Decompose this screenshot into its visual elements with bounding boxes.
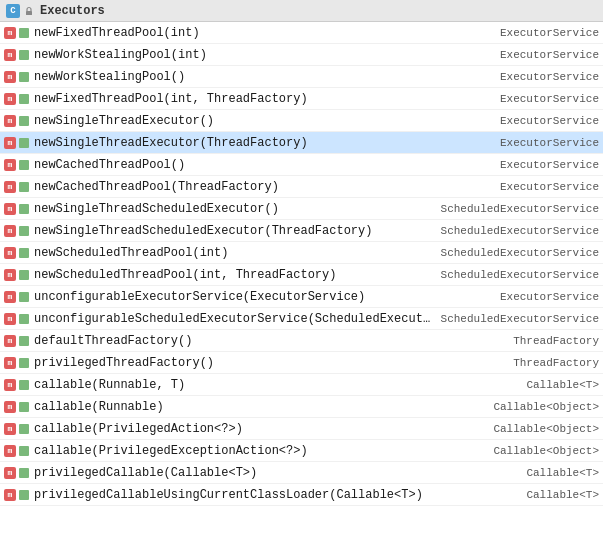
list-item[interactable]: mnewWorkStealingPool(int)ExecutorService: [0, 44, 603, 66]
return-type: ExecutorService: [500, 93, 599, 105]
method-name: unconfigurableExecutorService(ExecutorSe…: [34, 290, 492, 304]
list-item[interactable]: munconfigurableScheduledExecutorService(…: [0, 308, 603, 330]
return-type: ScheduledExecutorService: [441, 313, 599, 325]
visibility-icon: [19, 204, 29, 214]
method-badge: m: [4, 115, 16, 127]
method-badge: m: [4, 137, 16, 149]
method-name: newFixedThreadPool(int): [34, 26, 492, 40]
return-type: ExecutorService: [500, 115, 599, 127]
method-name: callable(Runnable, T): [34, 378, 518, 392]
visibility-icon: [19, 94, 29, 104]
method-list[interactable]: mnewFixedThreadPool(int)ExecutorServicem…: [0, 22, 603, 544]
method-name: privilegedCallable(Callable<T>): [34, 466, 518, 480]
method-name: unconfigurableScheduledExecutorService(S…: [34, 312, 433, 326]
return-type: Callable<Object>: [493, 423, 599, 435]
method-badge: m: [4, 247, 16, 259]
lock-icon: [24, 6, 34, 16]
return-type: ScheduledExecutorService: [441, 203, 599, 215]
list-item[interactable]: mnewCachedThreadPool()ExecutorService: [0, 154, 603, 176]
method-badge: m: [4, 269, 16, 281]
method-badge: m: [4, 335, 16, 347]
class-icon: C: [6, 4, 20, 18]
method-name: newScheduledThreadPool(int): [34, 246, 433, 260]
visibility-icon: [19, 50, 29, 60]
method-badge: m: [4, 313, 16, 325]
visibility-icon: [19, 402, 29, 412]
method-badge: m: [4, 489, 16, 501]
svg-rect-0: [26, 11, 32, 15]
return-type: Callable<Object>: [493, 401, 599, 413]
method-badge: m: [4, 159, 16, 171]
list-item[interactable]: mnewFixedThreadPool(int, ThreadFactory)E…: [0, 88, 603, 110]
list-item[interactable]: mnewSingleThreadExecutor()ExecutorServic…: [0, 110, 603, 132]
list-item[interactable]: mnewScheduledThreadPool(int, ThreadFacto…: [0, 264, 603, 286]
method-badge: m: [4, 181, 16, 193]
method-name: callable(PrivilegedExceptionAction<?>): [34, 444, 485, 458]
visibility-icon: [19, 28, 29, 38]
return-type: ExecutorService: [500, 159, 599, 171]
method-badge: m: [4, 93, 16, 105]
method-badge: m: [4, 225, 16, 237]
list-item[interactable]: mnewSingleThreadScheduledExecutor(Thread…: [0, 220, 603, 242]
list-item[interactable]: mnewCachedThreadPool(ThreadFactory)Execu…: [0, 176, 603, 198]
visibility-icon: [19, 380, 29, 390]
return-type: ThreadFactory: [513, 335, 599, 347]
return-type: Callable<T>: [526, 489, 599, 501]
method-badge: m: [4, 49, 16, 61]
method-badge: m: [4, 71, 16, 83]
return-type: Callable<T>: [526, 467, 599, 479]
method-name: privilegedCallableUsingCurrentClassLoade…: [34, 488, 518, 502]
visibility-icon: [19, 226, 29, 236]
visibility-icon: [19, 358, 29, 368]
return-type: ExecutorService: [500, 49, 599, 61]
return-type: ScheduledExecutorService: [441, 269, 599, 281]
list-item[interactable]: mnewFixedThreadPool(int)ExecutorService: [0, 22, 603, 44]
method-badge: m: [4, 357, 16, 369]
visibility-icon: [19, 336, 29, 346]
list-item[interactable]: mcallable(PrivilegedExceptionAction<?>)C…: [0, 440, 603, 462]
visibility-icon: [19, 116, 29, 126]
method-badge: m: [4, 291, 16, 303]
return-type: ExecutorService: [500, 181, 599, 193]
return-type: Callable<Object>: [493, 445, 599, 457]
return-type: ExecutorService: [500, 291, 599, 303]
list-item[interactable]: mprivilegedThreadFactory()ThreadFactory: [0, 352, 603, 374]
list-item[interactable]: mnewSingleThreadScheduledExecutor()Sched…: [0, 198, 603, 220]
visibility-icon: [19, 248, 29, 258]
method-badge: m: [4, 379, 16, 391]
visibility-icon: [19, 446, 29, 456]
method-name: newSingleThreadExecutor(ThreadFactory): [34, 136, 492, 150]
list-item[interactable]: mnewSingleThreadExecutor(ThreadFactory)E…: [0, 132, 603, 154]
visibility-icon: [19, 160, 29, 170]
return-type: Callable<T>: [526, 379, 599, 391]
method-name: newWorkStealingPool(int): [34, 48, 492, 62]
method-name: callable(PrivilegedAction<?>): [34, 422, 485, 436]
window: C Executors mnewFixedThreadPool(int)Exec…: [0, 0, 603, 544]
return-type: ExecutorService: [500, 137, 599, 149]
method-name: newWorkStealingPool(): [34, 70, 492, 84]
list-item[interactable]: mdefaultThreadFactory()ThreadFactory: [0, 330, 603, 352]
visibility-icon: [19, 72, 29, 82]
method-name: newFixedThreadPool(int, ThreadFactory): [34, 92, 492, 106]
list-item[interactable]: mnewScheduledThreadPool(int)ScheduledExe…: [0, 242, 603, 264]
list-item[interactable]: mcallable(Runnable, T)Callable<T>: [0, 374, 603, 396]
header: C Executors: [0, 0, 603, 22]
visibility-icon: [19, 424, 29, 434]
visibility-icon: [19, 468, 29, 478]
visibility-icon: [19, 138, 29, 148]
visibility-icon: [19, 490, 29, 500]
list-item[interactable]: mprivilegedCallable(Callable<T>)Callable…: [0, 462, 603, 484]
return-type: ExecutorService: [500, 71, 599, 83]
visibility-icon: [19, 314, 29, 324]
list-item[interactable]: mprivilegedCallableUsingCurrentClassLoad…: [0, 484, 603, 506]
visibility-icon: [19, 270, 29, 280]
list-item[interactable]: munconfigurableExecutorService(ExecutorS…: [0, 286, 603, 308]
list-item[interactable]: mcallable(PrivilegedAction<?>)Callable<O…: [0, 418, 603, 440]
method-badge: m: [4, 27, 16, 39]
return-type: ExecutorService: [500, 27, 599, 39]
list-item[interactable]: mcallable(Runnable)Callable<Object>: [0, 396, 603, 418]
method-name: defaultThreadFactory(): [34, 334, 505, 348]
list-item[interactable]: mnewWorkStealingPool()ExecutorService: [0, 66, 603, 88]
method-name: newSingleThreadScheduledExecutor(): [34, 202, 433, 216]
method-name: callable(Runnable): [34, 400, 485, 414]
